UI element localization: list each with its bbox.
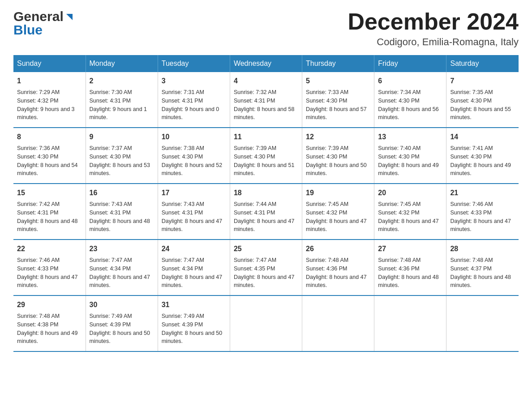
calendar-cell	[230, 295, 302, 351]
calendar-week-row: 1Sunrise: 7:29 AMSunset: 4:32 PMDaylight…	[13, 72, 519, 128]
calendar-cell: 4Sunrise: 7:32 AMSunset: 4:31 PMDaylight…	[230, 72, 302, 128]
day-info: Sunrise: 7:46 AMSunset: 4:33 PMDaylight:…	[450, 200, 515, 234]
calendar-cell: 21Sunrise: 7:46 AMSunset: 4:33 PMDayligh…	[446, 184, 519, 240]
day-info: Sunrise: 7:34 AMSunset: 4:30 PMDaylight:…	[378, 88, 442, 122]
day-number: 3	[162, 76, 226, 86]
day-info: Sunrise: 7:49 AMSunset: 4:39 PMDaylight:…	[90, 312, 154, 346]
day-info: Sunrise: 7:40 AMSunset: 4:30 PMDaylight:…	[378, 144, 442, 178]
calendar-cell: 17Sunrise: 7:43 AMSunset: 4:31 PMDayligh…	[158, 184, 230, 240]
day-info: Sunrise: 7:45 AMSunset: 4:32 PMDaylight:…	[378, 200, 442, 234]
calendar-cell: 28Sunrise: 7:48 AMSunset: 4:37 PMDayligh…	[446, 240, 519, 295]
title-section: December 2024 Codigoro, Emilia-Romagna, …	[348, 9, 519, 48]
day-number: 31	[162, 300, 226, 310]
calendar-cell: 15Sunrise: 7:42 AMSunset: 4:31 PMDayligh…	[13, 184, 86, 240]
calendar-cell: 22Sunrise: 7:46 AMSunset: 4:33 PMDayligh…	[13, 240, 86, 295]
header-sunday: Sunday	[13, 55, 86, 72]
day-number: 30	[90, 300, 154, 310]
day-info: Sunrise: 7:48 AMSunset: 4:36 PMDaylight:…	[306, 256, 370, 290]
day-info: Sunrise: 7:45 AMSunset: 4:32 PMDaylight:…	[306, 200, 370, 234]
day-number: 10	[162, 132, 226, 142]
calendar-week-row: 8Sunrise: 7:36 AMSunset: 4:30 PMDaylight…	[13, 128, 519, 184]
day-info: Sunrise: 7:48 AMSunset: 4:36 PMDaylight:…	[378, 256, 442, 290]
day-number: 15	[17, 188, 82, 198]
day-number: 26	[306, 244, 370, 254]
day-info: Sunrise: 7:43 AMSunset: 4:31 PMDaylight:…	[90, 200, 154, 234]
calendar-week-row: 15Sunrise: 7:42 AMSunset: 4:31 PMDayligh…	[13, 184, 519, 240]
day-number: 1	[17, 76, 82, 86]
calendar-cell: 1Sunrise: 7:29 AMSunset: 4:32 PMDaylight…	[13, 72, 86, 128]
calendar-cell: 20Sunrise: 7:45 AMSunset: 4:32 PMDayligh…	[374, 184, 446, 240]
day-info: Sunrise: 7:41 AMSunset: 4:30 PMDaylight:…	[450, 144, 515, 178]
calendar-cell: 12Sunrise: 7:39 AMSunset: 4:30 PMDayligh…	[302, 128, 374, 184]
calendar-cell	[374, 295, 446, 351]
day-info: Sunrise: 7:49 AMSunset: 4:39 PMDaylight:…	[162, 312, 226, 346]
calendar-cell: 29Sunrise: 7:48 AMSunset: 4:38 PMDayligh…	[13, 295, 86, 351]
day-info: Sunrise: 7:39 AMSunset: 4:30 PMDaylight:…	[234, 144, 298, 178]
calendar-cell: 2Sunrise: 7:30 AMSunset: 4:31 PMDaylight…	[86, 72, 158, 128]
svg-marker-0	[66, 14, 73, 20]
day-number: 21	[450, 188, 515, 198]
calendar-cell: 9Sunrise: 7:37 AMSunset: 4:30 PMDaylight…	[86, 128, 158, 184]
day-number: 2	[90, 76, 154, 86]
page-header: General Blue December 2024 Codigoro, Emi…	[13, 9, 519, 48]
day-info: Sunrise: 7:36 AMSunset: 4:30 PMDaylight:…	[17, 144, 82, 178]
calendar-cell: 19Sunrise: 7:45 AMSunset: 4:32 PMDayligh…	[302, 184, 374, 240]
day-info: Sunrise: 7:38 AMSunset: 4:30 PMDaylight:…	[162, 144, 226, 178]
day-number: 19	[306, 188, 370, 198]
calendar-cell: 13Sunrise: 7:40 AMSunset: 4:30 PMDayligh…	[374, 128, 446, 184]
day-number: 24	[162, 244, 226, 254]
header-tuesday: Tuesday	[158, 55, 230, 72]
month-title: December 2024	[348, 9, 519, 34]
day-info: Sunrise: 7:37 AMSunset: 4:30 PMDaylight:…	[90, 144, 154, 178]
day-info: Sunrise: 7:43 AMSunset: 4:31 PMDaylight:…	[162, 200, 226, 234]
day-info: Sunrise: 7:47 AMSunset: 4:34 PMDaylight:…	[90, 256, 154, 290]
logo-triangle-icon	[64, 12, 74, 22]
calendar-cell: 30Sunrise: 7:49 AMSunset: 4:39 PMDayligh…	[86, 295, 158, 351]
calendar-cell: 14Sunrise: 7:41 AMSunset: 4:30 PMDayligh…	[446, 128, 519, 184]
day-number: 20	[378, 188, 442, 198]
day-info: Sunrise: 7:30 AMSunset: 4:31 PMDaylight:…	[90, 88, 154, 122]
calendar-cell: 8Sunrise: 7:36 AMSunset: 4:30 PMDaylight…	[13, 128, 86, 184]
calendar-cell	[302, 295, 374, 351]
calendar-week-row: 29Sunrise: 7:48 AMSunset: 4:38 PMDayligh…	[13, 295, 519, 351]
calendar-cell: 3Sunrise: 7:31 AMSunset: 4:31 PMDaylight…	[158, 72, 230, 128]
calendar-cell: 11Sunrise: 7:39 AMSunset: 4:30 PMDayligh…	[230, 128, 302, 184]
day-number: 8	[17, 132, 82, 142]
day-number: 11	[234, 132, 298, 142]
day-number: 6	[378, 76, 442, 86]
day-info: Sunrise: 7:39 AMSunset: 4:30 PMDaylight:…	[306, 144, 370, 178]
day-info: Sunrise: 7:48 AMSunset: 4:38 PMDaylight:…	[17, 312, 82, 346]
logo-general-text: General	[13, 9, 64, 24]
location-title: Codigoro, Emilia-Romagna, Italy	[348, 36, 519, 48]
logo: General Blue	[13, 9, 74, 38]
calendar-cell: 25Sunrise: 7:47 AMSunset: 4:35 PMDayligh…	[230, 240, 302, 295]
day-number: 16	[90, 188, 154, 198]
calendar-week-row: 22Sunrise: 7:46 AMSunset: 4:33 PMDayligh…	[13, 240, 519, 295]
calendar-table: SundayMondayTuesdayWednesdayThursdayFrid…	[13, 55, 519, 352]
day-number: 17	[162, 188, 226, 198]
day-info: Sunrise: 7:32 AMSunset: 4:31 PMDaylight:…	[234, 88, 298, 122]
day-info: Sunrise: 7:31 AMSunset: 4:31 PMDaylight:…	[162, 88, 226, 122]
day-number: 18	[234, 188, 298, 198]
day-number: 22	[17, 244, 82, 254]
day-number: 14	[450, 132, 515, 142]
header-monday: Monday	[86, 55, 158, 72]
day-info: Sunrise: 7:35 AMSunset: 4:30 PMDaylight:…	[450, 88, 515, 122]
day-info: Sunrise: 7:44 AMSunset: 4:31 PMDaylight:…	[234, 200, 298, 234]
calendar-cell	[446, 295, 519, 351]
calendar-cell: 16Sunrise: 7:43 AMSunset: 4:31 PMDayligh…	[86, 184, 158, 240]
calendar-cell: 24Sunrise: 7:47 AMSunset: 4:34 PMDayligh…	[158, 240, 230, 295]
calendar-header-row: SundayMondayTuesdayWednesdayThursdayFrid…	[13, 55, 519, 72]
calendar-cell: 18Sunrise: 7:44 AMSunset: 4:31 PMDayligh…	[230, 184, 302, 240]
day-number: 23	[90, 244, 154, 254]
day-number: 27	[378, 244, 442, 254]
day-info: Sunrise: 7:33 AMSunset: 4:30 PMDaylight:…	[306, 88, 370, 122]
day-info: Sunrise: 7:47 AMSunset: 4:35 PMDaylight:…	[234, 256, 298, 290]
calendar-cell: 26Sunrise: 7:48 AMSunset: 4:36 PMDayligh…	[302, 240, 374, 295]
day-number: 7	[450, 76, 515, 86]
day-info: Sunrise: 7:48 AMSunset: 4:37 PMDaylight:…	[450, 256, 515, 290]
calendar-cell: 5Sunrise: 7:33 AMSunset: 4:30 PMDaylight…	[302, 72, 374, 128]
day-number: 25	[234, 244, 298, 254]
header-saturday: Saturday	[446, 55, 519, 72]
day-number: 28	[450, 244, 515, 254]
